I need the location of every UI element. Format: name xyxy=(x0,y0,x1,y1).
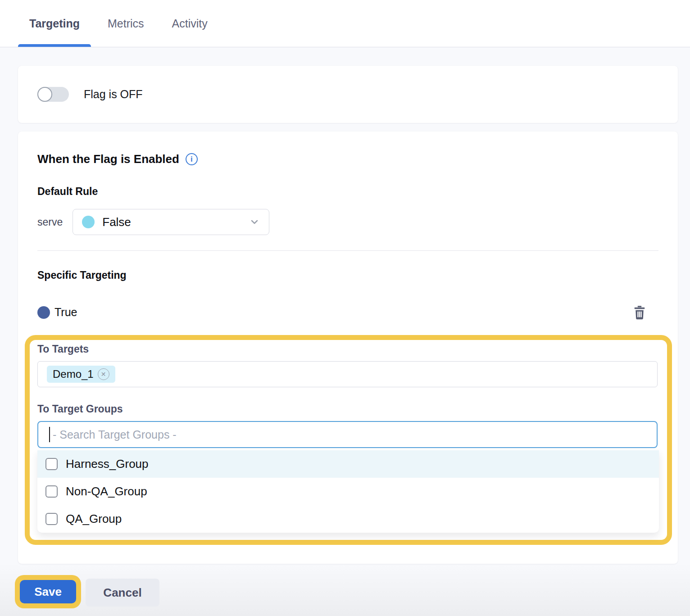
true-variation-row: True xyxy=(37,305,646,320)
serve-label: serve xyxy=(37,216,63,228)
true-variation-dot xyxy=(37,306,50,319)
group-option-non-qa-group[interactable]: Non-QA_Group xyxy=(37,478,659,505)
false-variation-dot xyxy=(82,216,95,228)
default-rule-row: serve False xyxy=(37,209,269,235)
remove-tag-icon[interactable]: ✕ xyxy=(98,368,109,380)
group-option-qa-group[interactable]: QA_Group xyxy=(37,505,659,533)
true-variation-label: True xyxy=(54,306,77,319)
variation-select[interactable]: False xyxy=(73,209,269,235)
targets-input[interactable]: Demo_1 ✕ xyxy=(37,361,658,387)
flag-toggle-thumb xyxy=(37,87,52,102)
flag-state-label: Flag is OFF xyxy=(84,88,143,101)
highlighted-targeting-area: To Targets Demo_1 ✕ To Target Groups Har… xyxy=(25,335,672,545)
tab-targeting[interactable]: Targeting xyxy=(18,0,91,47)
info-icon[interactable]: i xyxy=(186,153,198,165)
to-targets-label: To Targets xyxy=(37,343,667,355)
tabs: Targeting Metrics Activity xyxy=(0,0,690,47)
targeting-rules-card: When the Flag is Enabled i Default Rule … xyxy=(18,131,678,564)
checkbox-qa-group[interactable] xyxy=(45,513,58,525)
target-groups-dropdown: Harness_Group Non-QA_Group QA_Group xyxy=(37,450,659,533)
to-target-groups-label: To Target Groups xyxy=(37,403,667,415)
target-tag: Demo_1 ✕ xyxy=(47,366,115,383)
cancel-button[interactable]: Cancel xyxy=(86,579,159,607)
specific-targeting-heading: Specific Targeting xyxy=(37,269,127,281)
save-button-highlight: Save xyxy=(15,575,81,608)
when-flag-enabled-title: When the Flag is Enabled xyxy=(37,152,179,166)
group-option-harness-group[interactable]: Harness_Group xyxy=(37,450,659,478)
section-title: When the Flag is Enabled i xyxy=(37,152,198,166)
tab-metrics[interactable]: Metrics xyxy=(96,0,155,47)
variation-select-value: False xyxy=(102,215,131,229)
default-rule-heading: Default Rule xyxy=(37,186,98,198)
feature-flag-targeting-page: Targeting Metrics Activity Flag is OFF W… xyxy=(0,0,690,616)
flag-state-card: Flag is OFF xyxy=(18,66,678,123)
checkbox-harness-group[interactable] xyxy=(45,458,58,470)
checkbox-non-qa-group[interactable] xyxy=(45,485,58,498)
save-button[interactable]: Save xyxy=(20,580,76,603)
trash-icon xyxy=(633,305,646,320)
text-caret xyxy=(49,427,50,442)
tab-activity[interactable]: Activity xyxy=(161,0,219,47)
target-tag-label: Demo_1 xyxy=(53,368,94,380)
chevron-down-icon xyxy=(249,217,260,227)
tab-bar: Targeting Metrics Activity xyxy=(0,0,690,47)
target-groups-search-input[interactable] xyxy=(37,421,658,448)
target-groups-search-wrap xyxy=(37,421,658,448)
section-divider xyxy=(37,250,658,251)
delete-rule-button[interactable] xyxy=(633,305,646,320)
flag-toggle[interactable] xyxy=(37,87,69,102)
